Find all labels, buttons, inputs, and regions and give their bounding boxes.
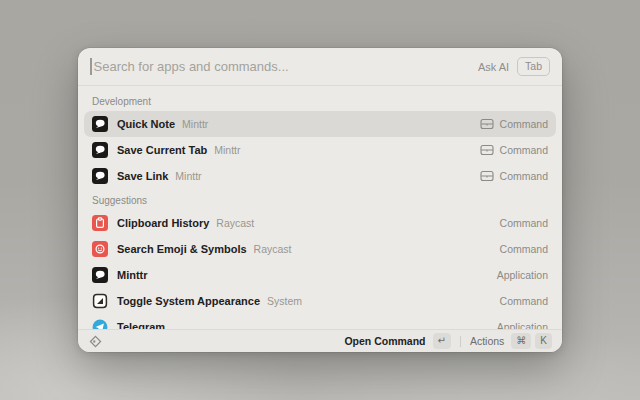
item-title: Search Emoji & Symbols (117, 243, 247, 255)
item-type: Command (500, 144, 548, 156)
item-subtitle: Minttr (214, 144, 240, 156)
list-item[interactable]: Search Emoji & Symbols Raycast Command (84, 236, 556, 262)
drive-icon (480, 170, 494, 182)
text-caret (90, 58, 92, 75)
open-command-label[interactable]: Open Command (344, 335, 425, 347)
search-input[interactable] (94, 59, 478, 74)
item-type: Application (497, 269, 548, 281)
telegram-icon (92, 319, 108, 329)
section-header-suggestions: Suggestions (84, 189, 556, 210)
list-item[interactable]: Minttr Application (84, 262, 556, 288)
list-item[interactable]: Clipboard History Raycast Command (84, 210, 556, 236)
k-key-badge: K (535, 333, 552, 349)
raycast-logo-icon (88, 334, 103, 349)
section-header-development: Development (84, 90, 556, 111)
item-subtitle: Raycast (216, 217, 254, 229)
results-list: Development Quick Note Minttr Command Sa… (78, 86, 562, 329)
emoji-icon (92, 241, 108, 257)
item-type: Command (500, 243, 548, 255)
cmd-key-badge: ⌘ (511, 333, 531, 349)
list-item[interactable]: Telegram Application (84, 314, 556, 329)
drive-icon (480, 118, 494, 130)
item-subtitle: System (267, 295, 302, 307)
search-bar: Ask AI Tab (78, 48, 562, 86)
item-type: Application (497, 321, 548, 329)
item-title: Save Current Tab (117, 144, 207, 156)
item-title: Quick Note (117, 118, 175, 130)
item-type: Command (500, 118, 548, 130)
list-item[interactable]: Save Current Tab Minttr Command (84, 137, 556, 163)
item-title: Toggle System Appearance (117, 295, 260, 307)
item-title: Minttr (117, 269, 148, 281)
actions-button[interactable]: Actions (470, 335, 504, 347)
list-item[interactable]: Quick Note Minttr Command (84, 111, 556, 137)
action-bar: Open Command ↵ Actions ⌘ K (78, 329, 562, 352)
launcher-window: Ask AI Tab Development Quick Note Minttr… (78, 48, 562, 352)
item-subtitle: Raycast (254, 243, 292, 255)
minttr-icon (92, 267, 108, 283)
list-item[interactable]: Toggle System Appearance System Command (84, 288, 556, 314)
item-subtitle: Minttr (182, 118, 208, 130)
drive-icon (480, 144, 494, 156)
minttr-icon (92, 116, 108, 132)
item-type: Command (500, 217, 548, 229)
item-type: Command (500, 295, 548, 307)
item-title: Save Link (117, 170, 168, 182)
item-type: Command (500, 170, 548, 182)
item-subtitle: Minttr (175, 170, 201, 182)
appearance-icon (92, 293, 108, 309)
list-item[interactable]: Save Link Minttr Command (84, 163, 556, 189)
minttr-icon (92, 142, 108, 158)
minttr-icon (92, 168, 108, 184)
clipboard-icon (92, 215, 108, 231)
ask-ai-label[interactable]: Ask AI (478, 61, 509, 73)
item-title: Telegram (117, 321, 165, 329)
item-title: Clipboard History (117, 217, 209, 229)
footer-divider (460, 336, 461, 347)
return-key-badge: ↵ (433, 333, 451, 349)
tab-key-badge: Tab (517, 57, 550, 76)
